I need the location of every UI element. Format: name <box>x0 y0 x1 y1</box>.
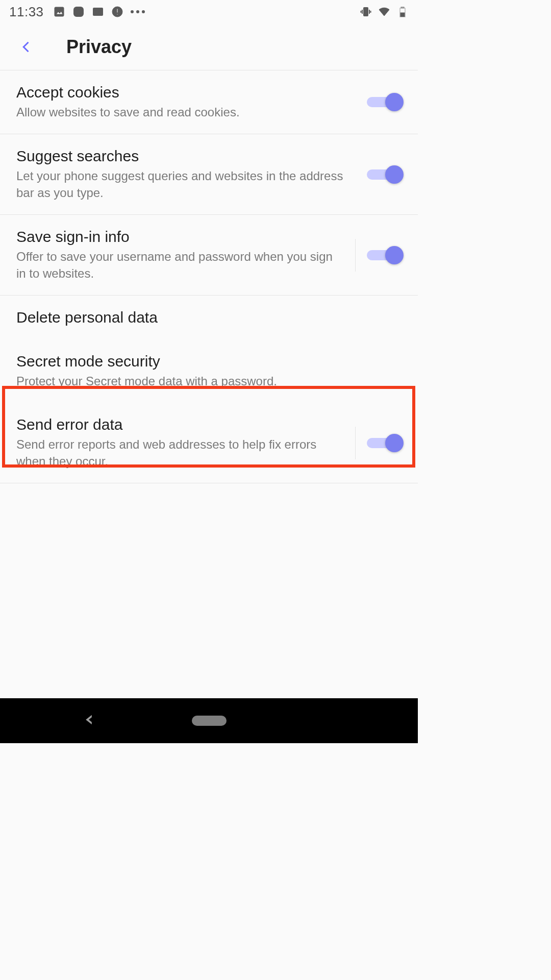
system-nav-bar <box>0 698 418 743</box>
app-bar: Privacy <box>0 23 418 70</box>
svg-point-3 <box>77 10 81 14</box>
svg-point-4 <box>81 8 82 10</box>
svg-rect-16 <box>400 13 405 17</box>
suggest-searches-row[interactable]: Suggest searches Let your phone suggest … <box>0 134 418 215</box>
svg-rect-7 <box>117 9 118 13</box>
secret-mode-security-label: Secret mode security <box>16 353 392 370</box>
wifi-icon <box>378 6 390 18</box>
svg-rect-0 <box>55 7 64 16</box>
suggest-searches-label: Suggest searches <box>16 148 358 165</box>
alert-icon <box>111 6 123 18</box>
suggest-searches-desc: Let your phone suggest queries and websi… <box>16 168 358 201</box>
svg-rect-9 <box>364 8 368 16</box>
send-error-data-row[interactable]: Send error data Send error reports and w… <box>0 403 418 483</box>
accept-cookies-row[interactable]: Accept cookies Allow websites to save an… <box>0 70 418 134</box>
send-error-data-label: Send error data <box>16 416 341 433</box>
accept-cookies-label: Accept cookies <box>16 84 358 101</box>
status-time: 11:33 <box>9 4 44 20</box>
status-icons-left <box>53 6 145 18</box>
save-signin-label: Save sign-in info <box>16 228 341 246</box>
accept-cookies-desc: Allow websites to save and read cookies. <box>16 104 358 120</box>
save-signin-row[interactable]: Save sign-in info Offer to save your use… <box>0 215 418 296</box>
battery-icon <box>396 6 409 18</box>
more-notifications-icon <box>131 10 145 13</box>
page-title: Privacy <box>66 36 132 58</box>
status-bar: 11:33 <box>0 0 418 23</box>
suggest-searches-toggle[interactable] <box>367 165 402 184</box>
delete-personal-data-label: Delete personal data <box>16 309 392 326</box>
secret-mode-security-row[interactable]: Secret mode security Protect your Secret… <box>0 339 418 403</box>
secret-mode-security-desc: Protect your Secret mode data with a pas… <box>16 373 392 389</box>
send-error-data-toggle[interactable] <box>367 434 402 452</box>
vertical-divider <box>355 239 356 272</box>
settings-list: Accept cookies Allow websites to save an… <box>0 70 418 698</box>
vibrate-icon <box>360 6 372 18</box>
system-back-button[interactable] <box>82 713 96 729</box>
svg-marker-17 <box>86 715 92 725</box>
system-home-pill[interactable] <box>192 716 227 726</box>
back-button[interactable] <box>14 35 39 59</box>
gmail-icon <box>92 6 104 18</box>
delete-personal-data-row[interactable]: Delete personal data <box>0 296 418 339</box>
save-signin-desc: Offer to save your username and password… <box>16 249 341 282</box>
svg-rect-8 <box>117 14 118 15</box>
save-signin-toggle[interactable] <box>367 246 402 264</box>
send-error-data-desc: Send error reports and web addresses to … <box>16 436 341 470</box>
instagram-icon <box>72 6 85 18</box>
vertical-divider <box>355 427 356 459</box>
image-icon <box>53 6 65 18</box>
status-icons-right <box>360 6 409 18</box>
accept-cookies-toggle[interactable] <box>367 93 402 111</box>
